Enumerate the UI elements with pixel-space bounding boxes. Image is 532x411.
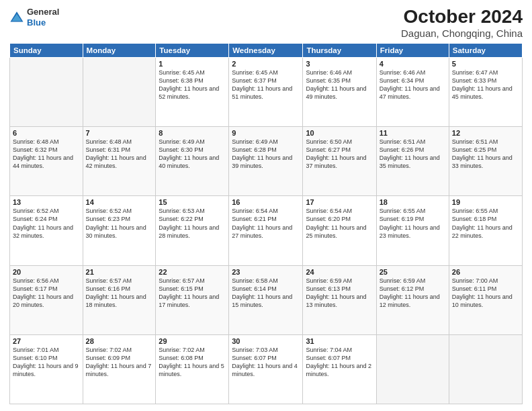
day-number: 9 xyxy=(232,129,300,137)
day-number: 29 xyxy=(159,337,226,345)
logo-text: General Blue xyxy=(27,7,59,28)
calendar-cell: 15Sunrise: 6:53 AM Sunset: 6:22 PM Dayli… xyxy=(156,196,229,265)
calendar-cell: 3Sunrise: 6:46 AM Sunset: 6:35 PM Daylig… xyxy=(303,57,376,126)
calendar-cell xyxy=(10,57,83,126)
cell-info: Sunrise: 7:01 AM Sunset: 6:10 PM Dayligh… xyxy=(13,346,80,379)
calendar-cell xyxy=(83,57,156,126)
calendar-cell: 14Sunrise: 6:52 AM Sunset: 6:23 PM Dayli… xyxy=(83,196,156,265)
cell-info: Sunrise: 6:46 AM Sunset: 6:35 PM Dayligh… xyxy=(306,68,373,101)
calendar-cell: 1Sunrise: 6:45 AM Sunset: 6:38 PM Daylig… xyxy=(156,57,229,126)
header-wednesday: Wednesday xyxy=(229,43,303,57)
day-number: 13 xyxy=(13,198,80,206)
title-block: October 2024 Daguan, Chongqing, China xyxy=(401,7,523,39)
day-number: 18 xyxy=(380,198,446,206)
day-number: 15 xyxy=(159,198,226,206)
logo: General Blue xyxy=(9,7,59,28)
day-number: 25 xyxy=(380,268,446,276)
calendar-cell: 8Sunrise: 6:49 AM Sunset: 6:30 PM Daylig… xyxy=(156,127,229,196)
calendar-subtitle: Daguan, Chongqing, China xyxy=(401,28,523,39)
calendar-cell: 11Sunrise: 6:51 AM Sunset: 6:26 PM Dayli… xyxy=(376,127,449,196)
day-number: 7 xyxy=(86,129,153,137)
day-number: 1 xyxy=(159,60,226,68)
calendar-cell: 18Sunrise: 6:55 AM Sunset: 6:19 PM Dayli… xyxy=(376,196,449,265)
cell-info: Sunrise: 6:57 AM Sunset: 6:15 PM Dayligh… xyxy=(159,277,226,310)
day-number: 3 xyxy=(306,60,373,68)
header-monday: Monday xyxy=(83,43,156,57)
calendar-cell: 2Sunrise: 6:45 AM Sunset: 6:37 PM Daylig… xyxy=(229,57,303,126)
day-number: 23 xyxy=(232,268,300,276)
cell-info: Sunrise: 7:04 AM Sunset: 6:07 PM Dayligh… xyxy=(306,346,373,379)
day-number: 4 xyxy=(380,60,446,68)
day-number: 21 xyxy=(86,268,153,276)
calendar-cell: 6Sunrise: 6:48 AM Sunset: 6:32 PM Daylig… xyxy=(10,127,83,196)
cell-info: Sunrise: 7:02 AM Sunset: 6:09 PM Dayligh… xyxy=(86,346,153,379)
calendar-cell: 16Sunrise: 6:54 AM Sunset: 6:21 PM Dayli… xyxy=(229,196,303,265)
header-row: Sunday Monday Tuesday Wednesday Thursday… xyxy=(10,43,523,57)
cell-info: Sunrise: 6:56 AM Sunset: 6:17 PM Dayligh… xyxy=(13,277,80,310)
calendar-cell: 5Sunrise: 6:47 AM Sunset: 6:33 PM Daylig… xyxy=(449,57,522,126)
cell-info: Sunrise: 6:51 AM Sunset: 6:25 PM Dayligh… xyxy=(452,138,519,171)
day-number: 2 xyxy=(232,60,300,68)
calendar-cell: 28Sunrise: 7:02 AM Sunset: 6:09 PM Dayli… xyxy=(83,334,156,404)
calendar-cell: 17Sunrise: 6:54 AM Sunset: 6:20 PM Dayli… xyxy=(303,196,376,265)
calendar-table: Sunday Monday Tuesday Wednesday Thursday… xyxy=(9,43,523,404)
day-number: 19 xyxy=(452,198,519,206)
logo-blue: Blue xyxy=(27,17,46,28)
calendar-cell: 4Sunrise: 6:46 AM Sunset: 6:34 PM Daylig… xyxy=(376,57,449,126)
day-number: 20 xyxy=(13,268,80,276)
day-number: 27 xyxy=(13,337,80,345)
header-tuesday: Tuesday xyxy=(156,43,229,57)
calendar-cell: 9Sunrise: 6:49 AM Sunset: 6:28 PM Daylig… xyxy=(229,127,303,196)
day-number: 11 xyxy=(380,129,446,137)
cell-info: Sunrise: 6:52 AM Sunset: 6:24 PM Dayligh… xyxy=(13,207,80,240)
cell-info: Sunrise: 6:54 AM Sunset: 6:20 PM Dayligh… xyxy=(306,207,373,240)
day-number: 24 xyxy=(306,268,373,276)
cell-info: Sunrise: 6:57 AM Sunset: 6:16 PM Dayligh… xyxy=(86,277,153,310)
calendar-week-2: 13Sunrise: 6:52 AM Sunset: 6:24 PM Dayli… xyxy=(10,196,523,265)
cell-info: Sunrise: 6:48 AM Sunset: 6:31 PM Dayligh… xyxy=(86,138,153,171)
cell-info: Sunrise: 6:55 AM Sunset: 6:18 PM Dayligh… xyxy=(452,207,519,240)
calendar-cell: 21Sunrise: 6:57 AM Sunset: 6:16 PM Dayli… xyxy=(83,265,156,334)
calendar-cell: 27Sunrise: 7:01 AM Sunset: 6:10 PM Dayli… xyxy=(10,334,83,404)
calendar-cell: 7Sunrise: 6:48 AM Sunset: 6:31 PM Daylig… xyxy=(83,127,156,196)
cell-info: Sunrise: 6:46 AM Sunset: 6:34 PM Dayligh… xyxy=(380,68,446,101)
calendar-cell: 20Sunrise: 6:56 AM Sunset: 6:17 PM Dayli… xyxy=(10,265,83,334)
calendar-cell: 12Sunrise: 6:51 AM Sunset: 6:25 PM Dayli… xyxy=(449,127,522,196)
calendar-cell: 19Sunrise: 6:55 AM Sunset: 6:18 PM Dayli… xyxy=(449,196,522,265)
calendar-cell: 23Sunrise: 6:58 AM Sunset: 6:14 PM Dayli… xyxy=(229,265,303,334)
calendar-cell: 26Sunrise: 7:00 AM Sunset: 6:11 PM Dayli… xyxy=(449,265,522,334)
cell-info: Sunrise: 6:55 AM Sunset: 6:19 PM Dayligh… xyxy=(380,207,446,240)
calendar-cell xyxy=(376,334,449,404)
day-number: 14 xyxy=(86,198,153,206)
cell-info: Sunrise: 7:02 AM Sunset: 6:08 PM Dayligh… xyxy=(159,346,226,379)
cell-info: Sunrise: 6:53 AM Sunset: 6:22 PM Dayligh… xyxy=(159,207,226,240)
calendar-week-0: 1Sunrise: 6:45 AM Sunset: 6:38 PM Daylig… xyxy=(10,57,523,126)
logo-general: General xyxy=(27,7,59,17)
cell-info: Sunrise: 6:45 AM Sunset: 6:38 PM Dayligh… xyxy=(159,68,226,101)
calendar-cell: 29Sunrise: 7:02 AM Sunset: 6:08 PM Dayli… xyxy=(156,334,229,404)
day-number: 5 xyxy=(452,60,519,68)
day-number: 31 xyxy=(306,337,373,345)
cell-info: Sunrise: 6:49 AM Sunset: 6:30 PM Dayligh… xyxy=(159,138,226,171)
day-number: 30 xyxy=(232,337,300,345)
cell-info: Sunrise: 7:00 AM Sunset: 6:11 PM Dayligh… xyxy=(452,277,519,310)
cell-info: Sunrise: 6:59 AM Sunset: 6:13 PM Dayligh… xyxy=(306,277,373,310)
calendar-cell: 31Sunrise: 7:04 AM Sunset: 6:07 PM Dayli… xyxy=(303,334,376,404)
cell-info: Sunrise: 6:58 AM Sunset: 6:14 PM Dayligh… xyxy=(232,277,300,310)
cell-info: Sunrise: 6:51 AM Sunset: 6:26 PM Dayligh… xyxy=(380,138,446,171)
calendar-cell: 24Sunrise: 6:59 AM Sunset: 6:13 PM Dayli… xyxy=(303,265,376,334)
header-sunday: Sunday xyxy=(10,43,83,57)
cell-info: Sunrise: 6:49 AM Sunset: 6:28 PM Dayligh… xyxy=(232,138,300,171)
day-number: 8 xyxy=(159,129,226,137)
cell-info: Sunrise: 6:54 AM Sunset: 6:21 PM Dayligh… xyxy=(232,207,300,240)
day-number: 28 xyxy=(86,337,153,345)
header-thursday: Thursday xyxy=(303,43,376,57)
calendar-cell: 25Sunrise: 6:59 AM Sunset: 6:12 PM Dayli… xyxy=(376,265,449,334)
day-number: 6 xyxy=(13,129,80,137)
calendar-week-1: 6Sunrise: 6:48 AM Sunset: 6:32 PM Daylig… xyxy=(10,127,523,196)
calendar-title: October 2024 xyxy=(401,7,523,28)
calendar-week-3: 20Sunrise: 6:56 AM Sunset: 6:17 PM Dayli… xyxy=(10,265,523,334)
header: General Blue October 2024 Daguan, Chongq… xyxy=(9,7,523,39)
cell-info: Sunrise: 6:47 AM Sunset: 6:33 PM Dayligh… xyxy=(452,68,519,101)
cell-info: Sunrise: 6:48 AM Sunset: 6:32 PM Dayligh… xyxy=(13,138,80,171)
